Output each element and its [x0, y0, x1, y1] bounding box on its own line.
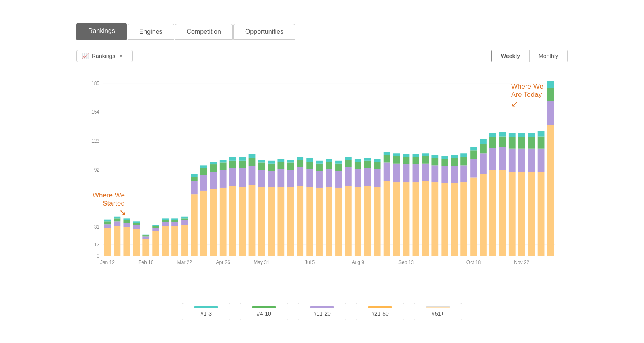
- svg-rect-104: [316, 163, 323, 171]
- svg-rect-45: [171, 218, 178, 220]
- toolbar: 📈 Rankings ▼ Weekly Monthly: [76, 50, 568, 62]
- tab-engines[interactable]: Engines: [128, 24, 174, 40]
- svg-rect-47: [181, 220, 188, 225]
- svg-rect-60: [210, 164, 217, 172]
- tab-opportunities[interactable]: Opportunities: [233, 24, 295, 40]
- svg-rect-186: [518, 172, 525, 256]
- svg-rect-61: [210, 162, 217, 164]
- svg-rect-91: [287, 170, 294, 187]
- svg-rect-147: [422, 163, 429, 181]
- monthly-button[interactable]: Monthly: [529, 50, 568, 62]
- svg-rect-99: [306, 169, 313, 187]
- legend-label-4-10: #4-10: [257, 310, 271, 317]
- svg-rect-140: [403, 157, 410, 164]
- svg-rect-163: [460, 165, 467, 182]
- svg-rect-157: [441, 156, 448, 159]
- svg-rect-144: [413, 157, 419, 164]
- svg-rect-127: [374, 169, 381, 187]
- svg-rect-160: [451, 158, 458, 166]
- svg-rect-118: [355, 187, 361, 256]
- tab-rankings[interactable]: Rankings: [76, 23, 127, 40]
- svg-rect-108: [326, 162, 332, 169]
- svg-rect-62: [220, 187, 227, 256]
- svg-rect-145: [413, 154, 419, 157]
- svg-rect-125: [364, 158, 371, 160]
- svg-text:31: 31: [94, 224, 100, 230]
- svg-rect-153: [431, 155, 438, 158]
- svg-rect-130: [384, 181, 390, 256]
- svg-rect-78: [258, 187, 265, 256]
- svg-rect-79: [258, 170, 265, 187]
- svg-rect-23: [123, 223, 130, 227]
- svg-text:Sep 13: Sep 13: [398, 260, 414, 265]
- rankings-dropdown[interactable]: 📈 Rankings ▼: [76, 50, 133, 62]
- svg-rect-182: [509, 172, 516, 256]
- svg-rect-22: [123, 227, 130, 256]
- svg-rect-30: [142, 239, 149, 256]
- tab-competition[interactable]: Competition: [175, 24, 233, 40]
- svg-text:12: 12: [94, 242, 100, 247]
- svg-rect-180: [499, 136, 506, 146]
- svg-rect-173: [480, 139, 487, 144]
- svg-rect-29: [133, 221, 140, 223]
- svg-rect-113: [335, 160, 342, 163]
- svg-rect-100: [306, 162, 313, 169]
- svg-rect-119: [355, 169, 361, 187]
- legend-label-51plus: #51+: [431, 310, 444, 317]
- svg-rect-28: [133, 223, 140, 225]
- svg-rect-198: [547, 125, 554, 256]
- svg-rect-155: [441, 166, 448, 183]
- chart-icon: 📈: [82, 53, 89, 59]
- svg-rect-74: [249, 185, 256, 256]
- svg-rect-172: [480, 144, 487, 153]
- svg-rect-63: [220, 170, 227, 187]
- svg-rect-105: [316, 160, 323, 163]
- svg-rect-73: [239, 157, 246, 160]
- svg-rect-106: [326, 187, 332, 256]
- svg-rect-34: [152, 231, 159, 256]
- svg-rect-54: [200, 190, 207, 256]
- svg-rect-193: [528, 133, 535, 137]
- svg-rect-152: [431, 158, 438, 165]
- svg-rect-31: [142, 236, 149, 239]
- svg-rect-38: [162, 226, 169, 256]
- svg-rect-166: [470, 177, 477, 256]
- svg-text:Oct 18: Oct 18: [466, 260, 481, 265]
- svg-rect-94: [297, 186, 303, 256]
- svg-rect-137: [393, 153, 400, 156]
- svg-rect-83: [268, 171, 275, 187]
- svg-rect-70: [239, 187, 246, 256]
- svg-rect-133: [384, 152, 390, 155]
- svg-rect-57: [200, 165, 207, 168]
- legend-color-1-3: [194, 306, 218, 308]
- svg-rect-124: [364, 160, 371, 168]
- svg-rect-107: [326, 169, 332, 187]
- svg-rect-65: [220, 160, 227, 162]
- main-container: Rankings Engines Competition Opportuniti…: [60, 11, 584, 333]
- svg-rect-161: [451, 155, 458, 158]
- svg-rect-24: [123, 220, 130, 223]
- svg-text:154: 154: [91, 109, 99, 115]
- svg-rect-55: [200, 175, 207, 190]
- svg-text:May 31: May 31: [254, 260, 270, 265]
- svg-rect-53: [191, 174, 198, 177]
- annotation-start: Where WeStarted ➘: [93, 191, 128, 218]
- svg-rect-58: [210, 189, 217, 256]
- legend-color-4-10: [252, 306, 276, 308]
- period-toggle: Weekly Monthly: [491, 50, 568, 62]
- svg-rect-177: [489, 133, 496, 137]
- svg-rect-156: [441, 159, 448, 166]
- svg-rect-76: [249, 158, 256, 166]
- arrow-start-icon: ➘: [93, 208, 128, 218]
- svg-rect-192: [528, 137, 535, 148]
- svg-rect-194: [538, 172, 545, 256]
- svg-rect-135: [393, 163, 400, 182]
- svg-rect-178: [499, 170, 506, 256]
- weekly-button[interactable]: Weekly: [491, 50, 529, 62]
- svg-text:Feb 16: Feb 16: [138, 260, 154, 265]
- svg-rect-101: [306, 158, 313, 161]
- svg-rect-195: [538, 148, 545, 172]
- svg-rect-26: [133, 229, 140, 256]
- svg-rect-158: [451, 183, 458, 256]
- chevron-down-icon: ▼: [118, 53, 123, 59]
